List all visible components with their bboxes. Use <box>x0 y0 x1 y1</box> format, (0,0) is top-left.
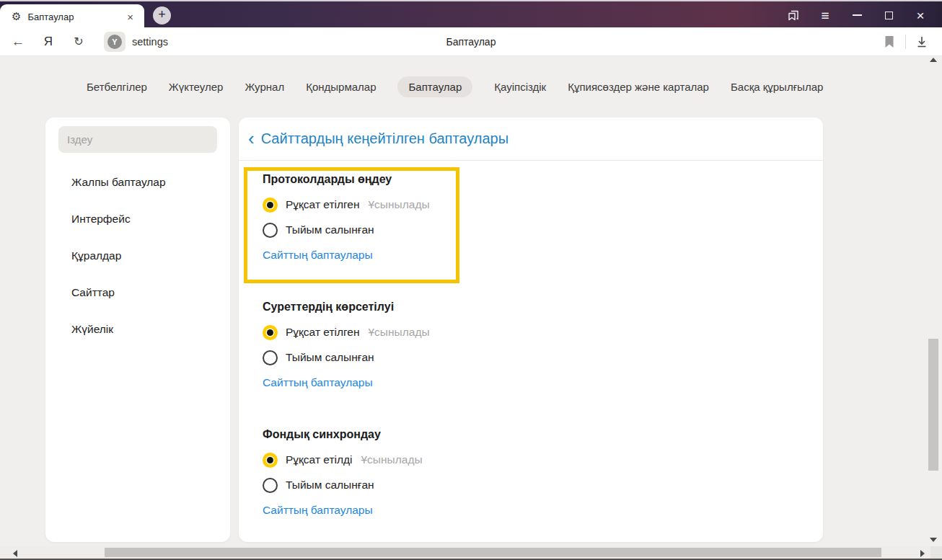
vertical-scroll-down-arrow[interactable] <box>930 538 937 542</box>
radio-option-forbidden[interactable]: Тыйым салынған <box>263 477 666 493</box>
maximize-button[interactable] <box>873 1 904 29</box>
radio-label: Тыйым салынған <box>286 223 374 236</box>
advanced-site-settings-back-link[interactable]: ‹ Сайттардың кеңейтілген баптаулары <box>248 130 509 147</box>
side-panels-button[interactable] <box>778 1 809 29</box>
close-window-button[interactable]: × <box>904 1 936 29</box>
recommended-badge: Ұсынылады <box>369 326 430 339</box>
settings-nav-tabs: Бетбелгілер Жүктеулер Журнал Қондырмалар… <box>87 76 823 97</box>
reload-icon: ↻ <box>74 35 83 48</box>
toolbar-divider <box>905 35 906 49</box>
maximize-icon <box>885 12 893 19</box>
radio-unselected-icon[interactable] <box>263 350 278 365</box>
radio-label: Рұқсат етілді <box>286 453 353 466</box>
site-settings-link[interactable]: Сайттың баптаулары <box>263 249 373 262</box>
yandex-home-button[interactable]: Я <box>36 31 61 53</box>
site-settings-link[interactable]: Сайттың баптаулары <box>263 504 373 517</box>
section-title: Фондық синхрондау <box>263 427 666 443</box>
radio-selected-icon[interactable] <box>263 325 278 340</box>
radio-label: Рұқсат етілген <box>286 326 360 339</box>
address-badge[interactable]: Y <box>104 32 126 52</box>
section-background-sync: Фондық синхрондау Рұқсат етілді Ұсынылад… <box>263 427 666 517</box>
site-settings-link[interactable]: Сайттың баптаулары <box>263 376 373 389</box>
browser-window: ⚙ Баптаулар × + ≡ × <box>0 0 942 560</box>
section-protocol-handling: Протоколдарды өңдеу Рұқсат етілген Ұсыны… <box>263 172 666 262</box>
recommended-badge: Ұсынылады <box>361 453 423 466</box>
radio-unselected-icon[interactable] <box>263 223 278 238</box>
radio-selected-icon[interactable] <box>263 453 278 468</box>
close-icon: × <box>916 9 924 22</box>
search-input[interactable] <box>58 126 217 153</box>
section-title: Суреттердің көрсетілуі <box>263 299 666 315</box>
back-arrow-icon: ← <box>12 34 25 50</box>
back-button[interactable]: ← <box>6 31 30 53</box>
vertical-scroll-up-arrow[interactable] <box>930 58 937 62</box>
site-favicon: Y <box>107 35 122 49</box>
vertical-scrollbar-thumb[interactable] <box>928 339 938 471</box>
tab-close-icon[interactable]: × <box>123 9 137 25</box>
horizontal-scroll-left-arrow[interactable] <box>13 550 17 557</box>
panels-icon <box>786 8 801 22</box>
tab-other-devices[interactable]: Басқа құрылғылар <box>731 76 823 97</box>
address-url-text[interactable]: settings <box>132 36 168 48</box>
menu-icon: ≡ <box>821 9 829 22</box>
tab-extensions[interactable]: Қондырмалар <box>306 76 376 97</box>
header-divider <box>239 160 823 161</box>
section-title: Протоколдарды өңдеу <box>263 172 666 187</box>
sidebar-item-interface[interactable]: Интерфейс <box>45 206 230 231</box>
tab-settings[interactable]: Баптаулар <box>397 76 472 97</box>
sidebar-item-sites[interactable]: Сайттар <box>45 280 230 305</box>
gear-icon: ⚙ <box>12 10 21 23</box>
radio-option-allowed[interactable]: Рұқсат етілген Ұсынылады <box>263 324 666 340</box>
section-image-display: Суреттердің көрсетілуі Рұқсат етілген Ұс… <box>263 299 666 389</box>
settings-main-card: ‹ Сайттардың кеңейтілген баптаулары Прот… <box>239 117 823 542</box>
tab-passwords-cards[interactable]: Құпиясөздер және карталар <box>568 76 709 97</box>
tab-bookmarks[interactable]: Бетбелгілер <box>87 76 147 97</box>
chevron-left-icon: ‹ <box>248 130 255 147</box>
download-icon <box>915 35 928 48</box>
radio-label: Тыйым салынған <box>286 351 374 364</box>
radio-label: Тыйым салынған <box>286 479 374 492</box>
bookmark-button[interactable] <box>878 31 901 53</box>
sidebar-item-system[interactable]: Жүйелік <box>45 316 230 342</box>
bookmark-icon <box>884 35 895 48</box>
sidebar-item-general[interactable]: Жалпы баптаулар <box>45 169 230 195</box>
settings-sidebar: Жалпы баптаулар Интерфейс Құралдар Сайтт… <box>45 117 230 542</box>
recommended-badge: Ұсынылады <box>369 198 430 211</box>
scrollbar-corner <box>930 546 942 559</box>
tab-title: Баптаулар <box>27 12 123 22</box>
downloads-button[interactable] <box>910 31 933 53</box>
radio-selected-icon[interactable] <box>263 197 278 213</box>
yandex-logo-icon: Я <box>44 35 53 49</box>
minimize-icon <box>853 14 862 16</box>
reload-button[interactable]: ↻ <box>66 31 91 53</box>
radio-label: Рұқсат етілген <box>286 198 360 211</box>
minimize-button[interactable] <box>841 1 873 29</box>
horizontal-scrollbar-thumb[interactable] <box>105 548 881 557</box>
horizontal-scroll-right-arrow[interactable] <box>920 550 925 557</box>
radio-option-allowed[interactable]: Рұқсат етілген Ұсынылады <box>263 197 666 213</box>
tab-bar: ⚙ Баптаулар × + ≡ × <box>0 0 942 27</box>
new-tab-button[interactable]: + <box>153 6 171 25</box>
radio-unselected-icon[interactable] <box>263 478 278 493</box>
browser-toolbar: ← Я ↻ Y settings Баптаулар <box>0 27 942 56</box>
tab-security[interactable]: Қауіпсіздік <box>494 76 546 97</box>
tab-history[interactable]: Журнал <box>245 76 284 97</box>
browser-menu-button[interactable]: ≡ <box>809 1 841 29</box>
radio-option-forbidden[interactable]: Тыйым салынған <box>263 222 666 238</box>
radio-option-allowed[interactable]: Рұқсат етілді Ұсынылады <box>263 452 666 468</box>
radio-option-forbidden[interactable]: Тыйым салынған <box>263 350 666 365</box>
section-page-title: Сайттардың кеңейтілген баптаулары <box>261 130 509 147</box>
tab-downloads[interactable]: Жүктеулер <box>169 76 224 97</box>
sidebar-item-tools[interactable]: Құралдар <box>45 243 230 268</box>
browser-tab-settings[interactable]: ⚙ Баптаулар × <box>0 4 144 29</box>
